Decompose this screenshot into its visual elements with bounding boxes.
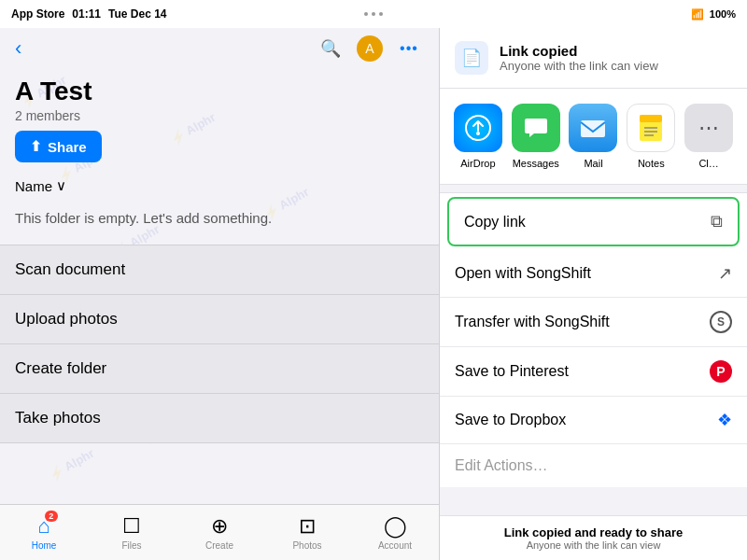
sort-label: Name bbox=[15, 178, 52, 194]
battery-label: 100% bbox=[710, 8, 736, 20]
edit-actions-label: Edit Actions… bbox=[455, 457, 548, 474]
share-bottom-subtitle: Anyone with the link can view bbox=[455, 539, 732, 551]
date-label: Tue Dec 14 bbox=[108, 7, 166, 21]
open-songshift-label: Open with SongShift bbox=[455, 265, 591, 282]
airdrop-label: AirDrop bbox=[460, 158, 495, 169]
airdrop-app[interactable]: AirDrop bbox=[451, 104, 505, 169]
tab-account-label: Account bbox=[378, 540, 412, 551]
search-icon: 🔍 bbox=[320, 38, 341, 59]
empty-message: This folder is empty. Let's add somethin… bbox=[0, 199, 439, 237]
time-label: 01:11 bbox=[72, 7, 101, 21]
share-bottom-title: Link copied and ready to share bbox=[455, 525, 732, 539]
save-pinterest-label: Save to Pinterest bbox=[455, 363, 569, 380]
search-button[interactable]: 🔍 bbox=[316, 34, 345, 63]
sort-bar: Name ∨ bbox=[0, 174, 439, 199]
account-button[interactable]: A bbox=[357, 35, 383, 62]
home-badge: 2 bbox=[45, 511, 58, 522]
list-item[interactable]: Scan document bbox=[0, 245, 439, 295]
page-title: A Test bbox=[15, 77, 424, 106]
notes-label: Notes bbox=[638, 158, 665, 169]
create-folder-label: Create folder bbox=[15, 359, 106, 377]
status-right: 📶 100% bbox=[691, 8, 736, 21]
share-file-icon: 📄 bbox=[455, 41, 488, 75]
share-title: Link copied bbox=[500, 43, 658, 59]
save-dropbox-label: Save to Dropbox bbox=[455, 412, 566, 428]
tab-photos[interactable]: ⊡ Photos bbox=[263, 514, 351, 551]
list-item[interactable]: Create folder bbox=[0, 344, 439, 394]
share-icon: ⬆ bbox=[30, 138, 42, 155]
tab-create-label: Create bbox=[205, 540, 233, 551]
share-header: 📄 Link copied Anyone with the link can v… bbox=[440, 28, 747, 89]
more-app[interactable]: ⋯ Cl… bbox=[682, 104, 736, 169]
transfer-songshift-icon: S bbox=[710, 311, 732, 333]
save-pinterest-icon: P bbox=[710, 360, 732, 383]
share-sheet: 📄 Link copied Anyone with the link can v… bbox=[439, 28, 747, 560]
share-button-label: Share bbox=[48, 139, 87, 155]
share-bottom: Link copied and ready to share Anyone wi… bbox=[440, 515, 747, 560]
back-chevron-icon: ‹ bbox=[15, 36, 21, 61]
open-songshift-action[interactable]: Open with SongShift ↗ bbox=[440, 250, 747, 298]
sort-chevron-icon: ∨ bbox=[56, 177, 66, 194]
photos-icon: ⊡ bbox=[299, 514, 316, 539]
mail-label: Mail bbox=[584, 158, 602, 169]
tab-home-label: Home bbox=[32, 540, 57, 551]
app-store-label: App Store bbox=[11, 7, 64, 21]
share-header-text: Link copied Anyone with the link can vie… bbox=[500, 43, 658, 73]
create-icon: ⊕ bbox=[211, 514, 228, 539]
edit-actions-action[interactable]: Edit Actions… bbox=[440, 444, 747, 487]
app-row: AirDrop Messages Mail bbox=[440, 89, 747, 185]
nav-bar: ‹ 🔍 A ••• bbox=[0, 28, 439, 69]
left-panel: ⚡ Alphr ⚡ Alphr ⚡ Alphr ⚡ Alphr ⚡ Alphr … bbox=[0, 28, 439, 560]
action-rows: Copy link ⧉ Open with SongShift ↗ Transf… bbox=[440, 192, 747, 487]
list-item[interactable]: Take photos bbox=[0, 394, 439, 443]
nav-title-area: 🔍 A ••• bbox=[21, 34, 424, 63]
members-label: 2 members bbox=[15, 108, 424, 123]
messages-icon bbox=[512, 104, 560, 152]
open-songshift-icon: ↗ bbox=[718, 263, 732, 284]
page-header: A Test 2 members ⬆ Share bbox=[0, 69, 439, 174]
share-subtitle: Anyone with the link can view bbox=[500, 59, 658, 73]
messages-app[interactable]: Messages bbox=[509, 104, 563, 169]
status-left: App Store 01:11 Tue Dec 14 bbox=[11, 7, 167, 21]
airdrop-icon bbox=[454, 104, 502, 152]
svg-rect-4 bbox=[640, 115, 662, 122]
tab-bar: ⌂ 2 Home ☐ Files ⊕ Create ⊡ Photos ◯ Acc… bbox=[0, 504, 439, 560]
copy-link-icon: ⧉ bbox=[711, 212, 723, 231]
tab-files[interactable]: ☐ Files bbox=[88, 514, 176, 551]
mail-app[interactable]: Mail bbox=[567, 104, 621, 169]
copy-link-action[interactable]: Copy link ⧉ bbox=[447, 197, 740, 246]
sort-button[interactable]: Name ∨ bbox=[15, 177, 66, 194]
transfer-songshift-action[interactable]: Transfer with SongShift S bbox=[440, 298, 747, 347]
svg-point-1 bbox=[476, 132, 480, 135]
scan-document-label: Scan document bbox=[15, 260, 125, 278]
take-photos-label: Take photos bbox=[15, 409, 101, 427]
upload-photos-label: Upload photos bbox=[15, 310, 118, 328]
tab-photos-label: Photos bbox=[292, 540, 321, 551]
action-list: Scan document Upload photos Create folde… bbox=[0, 245, 439, 443]
tab-create[interactable]: ⊕ Create bbox=[176, 514, 263, 551]
tab-home[interactable]: ⌂ 2 Home bbox=[0, 514, 88, 551]
save-dropbox-action[interactable]: Save to Dropbox ❖ bbox=[440, 397, 747, 444]
mail-icon bbox=[569, 104, 617, 152]
share-button[interactable]: ⬆ Share bbox=[15, 131, 102, 162]
list-item[interactable]: Upload photos bbox=[0, 295, 439, 344]
account-icon: A bbox=[365, 41, 374, 56]
status-bar: App Store 01:11 Tue Dec 14 📶 100% bbox=[0, 0, 747, 28]
copy-link-label: Copy link bbox=[464, 214, 526, 231]
svg-rect-2 bbox=[581, 120, 605, 137]
more-button[interactable]: ••• bbox=[394, 34, 424, 63]
main-content: ⚡ Alphr ⚡ Alphr ⚡ Alphr ⚡ Alphr ⚡ Alphr … bbox=[0, 28, 747, 560]
notes-icon bbox=[627, 104, 675, 152]
more-icon: ⋯ bbox=[684, 104, 733, 152]
tab-account[interactable]: ◯ Account bbox=[351, 514, 439, 551]
files-icon: ☐ bbox=[122, 514, 141, 539]
more-label: Cl… bbox=[698, 158, 718, 169]
messages-label: Messages bbox=[513, 158, 559, 169]
save-pinterest-action[interactable]: Save to Pinterest P bbox=[440, 347, 747, 397]
more-dots-icon: ••• bbox=[400, 40, 418, 57]
back-button[interactable]: ‹ bbox=[15, 36, 21, 61]
home-icon: ⌂ 2 bbox=[37, 514, 49, 539]
account-tab-icon: ◯ bbox=[384, 514, 407, 539]
transfer-songshift-label: Transfer with SongShift bbox=[455, 314, 610, 330]
notes-app[interactable]: Notes bbox=[624, 104, 678, 169]
